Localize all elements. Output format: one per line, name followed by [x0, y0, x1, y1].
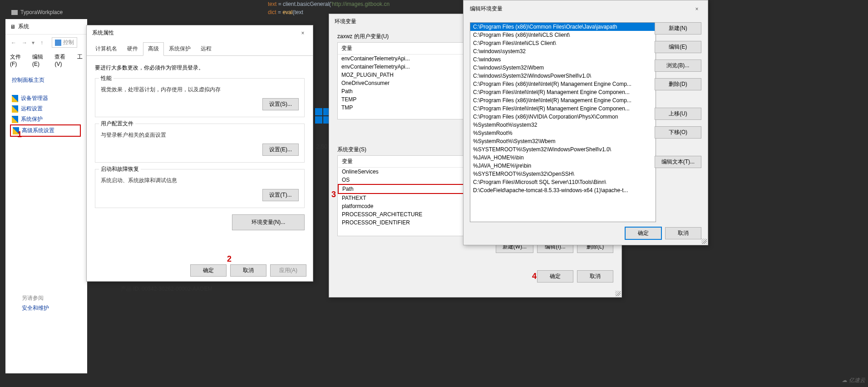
security-maintenance-link[interactable]: 安全和维护 — [22, 304, 49, 312]
list-item[interactable]: C:\windows — [470, 55, 656, 64]
list-item[interactable]: C:\Program Files\Intel\iCLS Client\ — [470, 39, 656, 47]
resize-grip[interactable] — [701, 238, 707, 244]
move-down-button[interactable]: 下移(O) — [655, 126, 701, 139]
list-item[interactable]: %SYSTEMROOT%\System32\OpenSSH\ — [470, 170, 656, 178]
system-icon: 🖥 — [10, 24, 15, 30]
group-desc: 系统启动、系统故障和调试信息 — [101, 174, 299, 189]
list-item[interactable]: %JAVA_HOME%\bin — [470, 154, 656, 162]
forward-button[interactable]: → — [21, 40, 28, 46]
apply-button[interactable]: 应用(A) — [270, 264, 306, 277]
performance-settings-button[interactable]: 设置(S)... — [262, 98, 299, 110]
sidebar-item-label: 系统保护 — [21, 115, 43, 123]
ok-button[interactable]: 确定 — [625, 227, 661, 239]
system-properties-dialog: 系统属性 × 计算机名 硬件 高级 系统保护 远程 要进行大多数更改，你必须作为… — [86, 25, 313, 282]
browse-button[interactable]: 浏览(B)... — [655, 60, 701, 72]
watermark-text: 亿速云 — [849, 377, 865, 383]
menu-edit[interactable]: 编辑(E) — [32, 53, 50, 67]
close-button[interactable]: × — [692, 6, 701, 12]
list-item[interactable]: %SystemRoot%\System32\Wbem — [470, 137, 656, 145]
back-button[interactable]: ← — [10, 40, 17, 46]
col-variable[interactable]: 变量 — [338, 43, 464, 55]
ok-button[interactable]: 确定 — [537, 270, 573, 283]
profile-settings-button[interactable]: 设置(E)... — [262, 144, 299, 156]
list-item[interactable]: %SystemRoot%\system32 — [470, 121, 656, 129]
list-item[interactable]: C:\windows\System32\Wbem — [470, 64, 656, 72]
tab-hardware[interactable]: 硬件 — [122, 42, 143, 55]
cp-title-bar: 🖥 系统 — [5, 19, 87, 35]
tab-remote[interactable]: 远程 — [196, 42, 217, 55]
group-title: 启动和故障恢复 — [99, 165, 141, 173]
startup-group: 启动和故障恢复 系统启动、系统故障和调试信息 设置(T)... — [95, 169, 305, 208]
nav-arrows: ← → ▾ ↑ 控制 — [5, 35, 87, 50]
dialog-title-bar: 系统属性 × — [87, 25, 313, 40]
move-up-button[interactable]: 上移(U) — [655, 108, 701, 120]
watermark: ☁ 亿速云 — [842, 376, 865, 384]
list-item[interactable]: %SystemRoot% — [470, 129, 656, 137]
list-item[interactable]: C:\windows\system32 — [470, 47, 656, 55]
sidebar-item-label: 设备管理器 — [21, 94, 48, 102]
tabs: 计算机名 硬件 高级 系统保护 远程 — [87, 42, 313, 56]
startup-settings-button[interactable]: 设置(T)... — [262, 189, 299, 201]
history-dropdown-icon[interactable]: ▾ — [32, 40, 35, 46]
list-item[interactable]: C:\Program Files\Microsoft SQL Server\11… — [470, 178, 656, 186]
cancel-button[interactable]: 取消 — [230, 264, 266, 277]
value-250: 2.50 — [316, 143, 327, 150]
tab-computer-name[interactable]: 计算机名 — [90, 42, 122, 55]
cancel-button[interactable]: 取消 — [665, 227, 701, 239]
list-item[interactable]: %SYSTEMROOT%\System32\WindowsPowerShell\… — [470, 145, 656, 154]
dialog-title: 编辑环境变量 — [470, 5, 503, 13]
tab-protection[interactable]: 系统保护 — [164, 42, 196, 55]
list-item[interactable]: C:\Program Files\Intel\Intel(R) Manageme… — [470, 88, 656, 96]
up-button[interactable]: ↑ — [38, 40, 45, 46]
address-bar[interactable]: 控制 — [52, 37, 77, 48]
close-button[interactable]: × — [298, 30, 307, 36]
group-title: 用户配置文件 — [99, 120, 135, 128]
list-item[interactable]: C:\Program Files (x86)\NVIDIA Corporatio… — [470, 113, 656, 121]
windows-logo-icon — [315, 108, 330, 124]
environment-variables-button[interactable]: 环境变量(N)... — [232, 214, 305, 230]
col-variable[interactable]: 变量 — [338, 156, 464, 168]
menu-tools[interactable]: 工 — [77, 53, 83, 67]
list-item[interactable]: D:\CodeField\apache-tomcat-8.5.33-window… — [470, 186, 656, 194]
folder-bar: TyporaWorkplace — [11, 9, 63, 15]
edit-env-var-dialog: 编辑环境变量 × C:\Program Files (x86)\Common F… — [463, 0, 708, 245]
tab-advanced[interactable]: 高级 — [143, 42, 164, 56]
annotation-4: 4 — [532, 272, 537, 281]
sidebar-item-device-manager[interactable]: 设备管理器 — [12, 93, 81, 104]
delete-button[interactable]: 删除(D) — [655, 78, 701, 90]
sidebar-item-system-protection[interactable]: 系统保护 — [12, 114, 81, 124]
list-item[interactable]: C:\windows\System32\WindowsPowerShell\v1… — [470, 72, 656, 80]
cp-home-link[interactable]: 控制面板主页 — [12, 74, 81, 86]
folder-name: TyporaWorkplace — [20, 9, 63, 15]
resize-grip[interactable] — [615, 291, 621, 296]
list-item[interactable]: C:\Program Files\Intel\Intel(R) Manageme… — [470, 104, 656, 113]
menu-file[interactable]: 文件(F) — [10, 53, 28, 67]
annotation-3: 3 — [331, 190, 336, 199]
list-item[interactable]: C:\Program Files (x86)\Intel\iCLS Client… — [470, 31, 656, 39]
new-button[interactable]: 新建(N) — [655, 22, 701, 35]
list-item[interactable]: C:\Program Files (x86)\Intel\Intel(R) Ma… — [470, 96, 656, 104]
group-title: 性能 — [99, 74, 113, 82]
menu-view[interactable]: 查看(V) — [54, 53, 73, 67]
cancel-button[interactable]: 取消 — [577, 270, 613, 283]
list-item[interactable]: C:\Program Files (x86)\Intel\Intel(R) Ma… — [470, 80, 656, 88]
list-item[interactable]: C:\Program Files (x86)\Common Files\Orac… — [470, 23, 656, 31]
cp-menu: 文件(F) 编辑(E) 查看(V) 工 — [5, 50, 87, 70]
edit-button[interactable]: 编辑(E) — [655, 41, 701, 53]
dialog-body: 要进行大多数更改，你必须作为管理员登录。 性能 视觉效果，处理器计划，内存使用，… — [87, 56, 313, 237]
address-segment: 控制 — [63, 39, 74, 46]
sidebar-item-remote[interactable]: 远程设置 — [12, 104, 81, 114]
annotation-1: 1 — [17, 130, 22, 139]
profile-group: 用户配置文件 与登录帐户相关的桌面设置 设置(E)... — [95, 124, 305, 163]
group-desc: 视觉效果，处理器计划，内存使用，以及虚拟内存 — [101, 83, 299, 98]
also-see-label: 另请参阅 — [22, 294, 44, 302]
path-list[interactable]: C:\Program Files (x86)\Common Files\Orac… — [470, 22, 656, 222]
ok-button[interactable]: 确定 — [190, 264, 227, 277]
shield-icon — [12, 95, 18, 102]
performance-group: 性能 视觉效果，处理器计划，内存使用，以及虚拟内存 设置(S)... — [95, 78, 305, 117]
admin-hint: 要进行大多数更改，你必须作为管理员登录。 — [95, 62, 305, 72]
product-id: 产品 ID: 00342-30262-00002-AAOEM — [121, 285, 212, 293]
list-item[interactable]: %JAVA_HOME%\jre\bin — [470, 162, 656, 170]
edit-text-button[interactable]: 编辑文本(T)... — [655, 156, 701, 168]
path-buttons: 新建(N) 编辑(E) 浏览(B)... 删除(D) 上移(U) 下移(O) 编… — [655, 22, 701, 168]
